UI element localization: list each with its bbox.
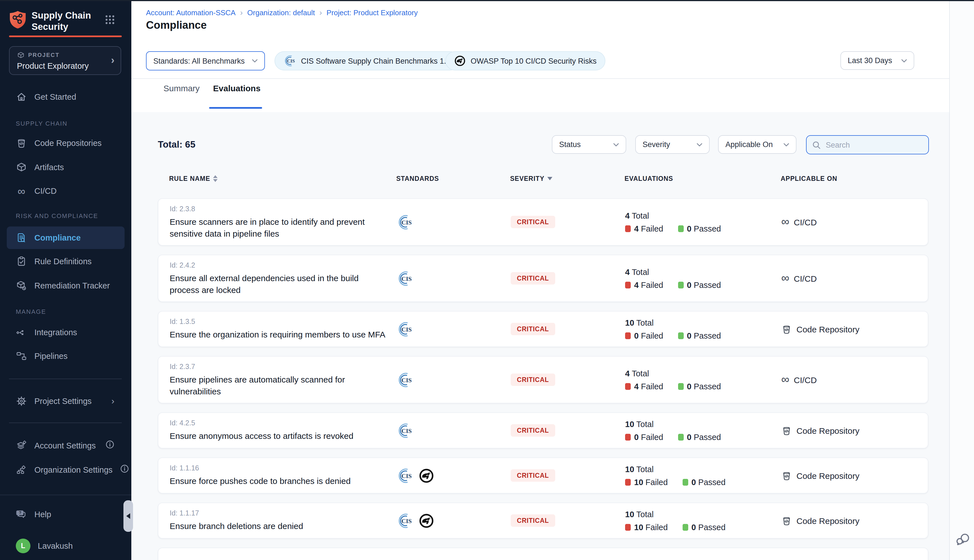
rule-id: Id: 4.2.5 (170, 419, 392, 427)
applicable-on-cell: ∞ Code Repository (781, 458, 859, 493)
table-row[interactable]: Id: 1.1.17 Ensure branch deletions are d… (158, 503, 928, 538)
sidebar-item-account-settings[interactable]: Account Settings (9, 434, 120, 457)
sidebar-item-remediation-tracker[interactable]: Remediation Tracker (9, 274, 120, 297)
severity-cell: CRITICAL (511, 255, 555, 302)
sidebar-item-get-started[interactable]: Get Started (9, 86, 120, 108)
sort-icon[interactable] (213, 175, 218, 182)
app-title: Supply ChainSecurity (32, 10, 91, 32)
sidebar-item-cicd[interactable]: ∞ CI/CD (9, 180, 120, 202)
rule-id: Id: 1.3.5 (170, 318, 392, 326)
sidebar-item-rule-definitions[interactable]: Rule Definitions (9, 250, 120, 273)
rule-cell: Id: 2.3.8 Ensure scanners are in place t… (170, 199, 392, 245)
support-chat-icon[interactable] (955, 532, 970, 547)
page-title: Compliance (146, 19, 207, 32)
rule-cell: Id: 1.3.5 Ensure the organization is req… (170, 312, 392, 347)
owasp-standard-icon (419, 513, 434, 528)
passed-indicator (678, 332, 684, 339)
column-header-rule-name[interactable]: RULE NAME (169, 175, 218, 182)
chevron-down-icon (613, 143, 619, 146)
failed-indicator (625, 383, 631, 390)
sidebar-item-code-repositories[interactable]: Code Repositories (9, 132, 120, 154)
passed-indicator (678, 433, 684, 440)
info-icon[interactable] (120, 464, 129, 475)
chevron-down-icon (784, 143, 789, 146)
compliance-doc-search-icon (16, 232, 27, 243)
sidebar-item-integrations[interactable]: Integrations (9, 321, 120, 344)
breadcrumb-project[interactable]: Project: Product Exploratory (327, 8, 418, 17)
status-filter-select[interactable]: Status (552, 135, 626, 154)
sidebar-item-project-settings[interactable]: Project Settings › (9, 390, 120, 412)
failed-indicator (625, 225, 631, 232)
main-content: Account: Automation-SSCA › Organization:… (131, 0, 949, 560)
applicable-on-filter-select[interactable]: Applicable On (718, 135, 796, 154)
search-box[interactable] (806, 135, 929, 154)
applicable-on-cell: ∞ CI/CD (781, 255, 817, 302)
rule-name: Ensure scanners are in place to identify… (170, 215, 387, 239)
info-icon[interactable] (105, 440, 114, 451)
sidebar-item-artifacts[interactable]: Artifacts (9, 156, 120, 178)
right-gutter (949, 0, 974, 560)
table-row[interactable]: Id: 1.3.5 Ensure the organization is req… (158, 311, 928, 347)
passed-indicator (682, 524, 688, 530)
column-header-applicable-on: APPLICABLE ON (781, 175, 837, 182)
applicable-on-cell: ∞ CI/CD (781, 199, 817, 245)
avatar: L (16, 538, 30, 553)
breadcrumb-account[interactable]: Account: Automation-SSCA (146, 8, 235, 17)
sidebar-section-risk-and-compliance: RISK AND COMPLIANCE (16, 212, 98, 219)
sidebar-collapse-handle[interactable] (123, 500, 133, 532)
time-range-select[interactable]: Last 30 Days (841, 51, 914, 70)
standards-cell (397, 199, 413, 245)
tab-evaluations[interactable]: Evaluations (213, 83, 260, 93)
sidebar-item-compliance[interactable]: Compliance (7, 227, 125, 249)
table-row[interactable]: Id: 2.4.2 Ensure all external dependenci… (158, 255, 928, 302)
severity-filter-select[interactable]: Severity (635, 135, 710, 154)
cis-logo-icon (284, 55, 296, 67)
sort-desc-icon[interactable] (547, 177, 552, 180)
cis-standard-icon (397, 422, 413, 438)
user-name: Lavakush (38, 542, 73, 550)
table-row[interactable]: Id: 4.2.5 Ensure anonymous access to art… (158, 412, 928, 448)
sidebar-user[interactable]: L Lavakush (9, 535, 120, 557)
breadcrumb-organization[interactable]: Organization: default (247, 8, 315, 17)
project-switcher[interactable]: PROJECT Product Exploratory › (9, 46, 121, 75)
standards-cell (397, 312, 413, 347)
rule-id: Id: 1.1.17 (170, 509, 392, 517)
chevron-right-icon: › (111, 396, 114, 406)
severity-cell: CRITICAL (511, 413, 555, 448)
standard-chip-cis[interactable]: CIS Software Supply Chain Benchmarks 1.0 (275, 51, 459, 70)
code-repository-icon (16, 137, 27, 149)
evaluations-cell: 10 Total 0 Failed 0 Passed (625, 413, 736, 448)
code-repository-icon (781, 515, 792, 526)
evaluations-cell: 4 Total 4 Failed 0 Passed (625, 255, 736, 302)
app-switcher-grid-icon[interactable] (105, 15, 115, 25)
help-chat-icon (16, 509, 27, 520)
rule-id: Id: 2.3.8 (170, 205, 392, 213)
sidebar-item-organization-settings[interactable]: Organization Settings (9, 458, 120, 481)
rule-name: Ensure anonymous access to artifacts is … (170, 430, 387, 442)
chevron-down-icon (697, 143, 702, 146)
standards-filter-select[interactable]: Standards: All Benchmarks (146, 51, 265, 70)
tab-summary[interactable]: Summary (163, 83, 200, 93)
severity-cell: CRITICAL (511, 312, 555, 347)
severity-badge: CRITICAL (511, 323, 555, 335)
app-viewport: Supply ChainSecurity PROJECT Product Exp… (0, 0, 974, 560)
sidebar-item-pipelines[interactable]: Pipelines (9, 345, 120, 367)
severity-cell: CRITICAL (511, 458, 555, 493)
rule-name: Ensure force pushes code to branches is … (170, 475, 387, 487)
table-row[interactable]: Id: 1.1.16 Ensure force pushes code to b… (158, 457, 928, 493)
table-row[interactable]: Id: 2.3.7 Ensure pipelines are automatic… (158, 356, 928, 403)
table-row-partial[interactable] (158, 548, 928, 560)
cis-standard-icon (397, 372, 413, 388)
sidebar-item-help[interactable]: Help (9, 503, 120, 526)
rule-cell: Id: 1.1.16 Ensure force pushes code to b… (170, 458, 392, 493)
search-input[interactable] (825, 140, 923, 150)
rule-cell: Id: 2.3.7 Ensure pipelines are automatic… (170, 357, 392, 403)
column-header-severity[interactable]: SEVERITY (510, 175, 552, 182)
evaluations-cell: 4 Total 4 Failed 0 Passed (625, 199, 736, 245)
applicable-on-cell: ∞ CI/CD (781, 357, 817, 403)
chevron-down-icon (252, 59, 258, 63)
table-row[interactable]: Id: 2.3.8 Ensure scanners are in place t… (158, 198, 928, 246)
chevron-left-icon (126, 513, 130, 519)
failed-indicator (625, 332, 631, 339)
standard-chip-owasp[interactable]: OWASP Top 10 CI/CD Security Risks (445, 51, 605, 70)
